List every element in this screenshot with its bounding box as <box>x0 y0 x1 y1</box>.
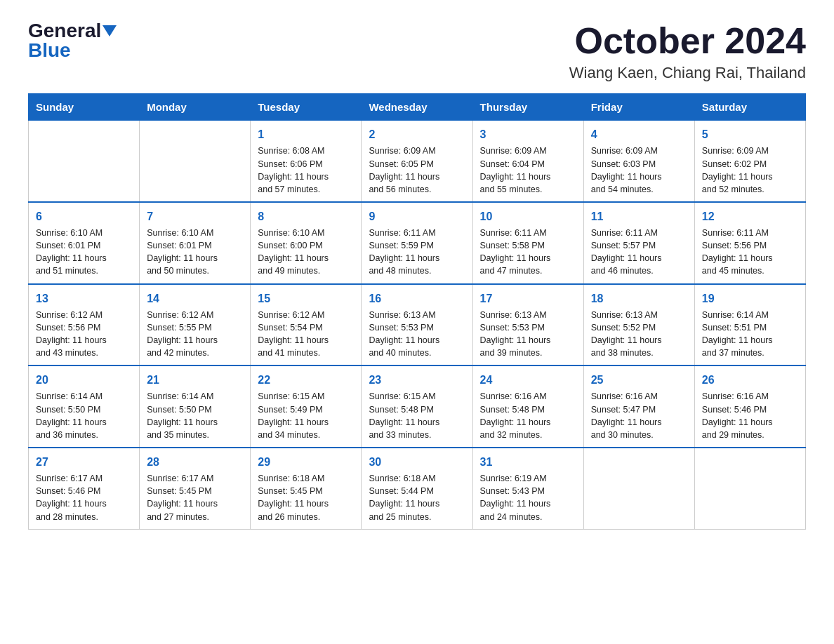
day-number: 24 <box>480 372 576 388</box>
page-header: General Blue October 2024 Wiang Kaen, Ch… <box>28 21 806 82</box>
day-info: Sunrise: 6:08 AMSunset: 6:06 PMDaylight:… <box>258 145 354 196</box>
calendar-cell: 9Sunrise: 6:11 AMSunset: 5:59 PMDaylight… <box>362 202 472 284</box>
calendar-week-row: 6Sunrise: 6:10 AMSunset: 6:01 PMDaylight… <box>29 202 806 284</box>
day-info: Sunrise: 6:16 AMSunset: 5:47 PMDaylight:… <box>591 390 687 441</box>
day-info: Sunrise: 6:14 AMSunset: 5:51 PMDaylight:… <box>702 309 798 360</box>
calendar-week-row: 13Sunrise: 6:12 AMSunset: 5:56 PMDayligh… <box>29 284 806 366</box>
day-number: 7 <box>147 208 243 224</box>
day-number: 25 <box>591 372 687 388</box>
day-number: 11 <box>591 208 687 224</box>
calendar-cell: 4Sunrise: 6:09 AMSunset: 6:03 PMDaylight… <box>583 121 694 202</box>
day-info: Sunrise: 6:18 AMSunset: 5:44 PMDaylight:… <box>369 472 465 523</box>
calendar-cell: 16Sunrise: 6:13 AMSunset: 5:53 PMDayligh… <box>362 284 472 366</box>
day-number: 27 <box>36 454 132 470</box>
calendar-cell: 3Sunrise: 6:09 AMSunset: 6:04 PMDaylight… <box>472 121 583 202</box>
calendar-cell: 29Sunrise: 6:18 AMSunset: 5:45 PMDayligh… <box>251 448 362 529</box>
day-number: 29 <box>258 454 354 470</box>
day-number: 12 <box>702 208 798 224</box>
day-number: 1 <box>258 126 354 142</box>
day-number: 31 <box>480 454 576 470</box>
title-section: October 2024 Wiang Kaen, Chiang Rai, Tha… <box>569 21 806 82</box>
day-number: 21 <box>147 372 243 388</box>
day-info: Sunrise: 6:10 AMSunset: 6:00 PMDaylight:… <box>258 227 354 278</box>
calendar-header-wednesday: Wednesday <box>362 94 472 121</box>
calendar-cell: 22Sunrise: 6:15 AMSunset: 5:49 PMDayligh… <box>251 365 362 448</box>
logo-general-text: General <box>28 21 101 41</box>
day-number: 8 <box>258 208 354 224</box>
logo-blue-text: Blue <box>28 39 71 61</box>
calendar-cell: 1Sunrise: 6:08 AMSunset: 6:06 PMDaylight… <box>251 121 362 202</box>
calendar-header-friday: Friday <box>583 94 694 121</box>
calendar-cell: 23Sunrise: 6:15 AMSunset: 5:48 PMDayligh… <box>362 365 472 448</box>
day-info: Sunrise: 6:13 AMSunset: 5:52 PMDaylight:… <box>591 309 687 360</box>
day-info: Sunrise: 6:11 AMSunset: 5:58 PMDaylight:… <box>480 227 576 278</box>
calendar-cell: 19Sunrise: 6:14 AMSunset: 5:51 PMDayligh… <box>694 284 805 366</box>
calendar-cell: 17Sunrise: 6:13 AMSunset: 5:53 PMDayligh… <box>472 284 583 366</box>
day-number: 13 <box>36 290 132 307</box>
calendar-cell: 28Sunrise: 6:17 AMSunset: 5:45 PMDayligh… <box>140 448 251 529</box>
day-number: 23 <box>369 372 465 388</box>
calendar-cell: 24Sunrise: 6:16 AMSunset: 5:48 PMDayligh… <box>472 365 583 448</box>
calendar-header-row: SundayMondayTuesdayWednesdayThursdayFrid… <box>29 94 806 121</box>
logo: General Blue <box>28 21 117 60</box>
day-number: 10 <box>480 208 576 224</box>
day-info: Sunrise: 6:09 AMSunset: 6:05 PMDaylight:… <box>369 145 465 196</box>
logo-triangle-icon <box>102 25 117 36</box>
calendar-cell: 14Sunrise: 6:12 AMSunset: 5:55 PMDayligh… <box>140 284 251 366</box>
calendar-cell: 30Sunrise: 6:18 AMSunset: 5:44 PMDayligh… <box>362 448 472 529</box>
day-info: Sunrise: 6:09 AMSunset: 6:02 PMDaylight:… <box>702 145 798 196</box>
calendar-cell: 26Sunrise: 6:16 AMSunset: 5:46 PMDayligh… <box>694 365 805 448</box>
calendar-cell: 5Sunrise: 6:09 AMSunset: 6:02 PMDaylight… <box>694 121 805 202</box>
day-info: Sunrise: 6:10 AMSunset: 6:01 PMDaylight:… <box>36 227 132 278</box>
day-number: 30 <box>369 454 465 470</box>
day-number: 4 <box>591 126 687 142</box>
day-number: 22 <box>258 372 354 388</box>
day-number: 6 <box>36 208 132 224</box>
calendar-cell: 27Sunrise: 6:17 AMSunset: 5:46 PMDayligh… <box>29 448 140 529</box>
day-info: Sunrise: 6:14 AMSunset: 5:50 PMDaylight:… <box>36 390 132 441</box>
calendar-cell: 25Sunrise: 6:16 AMSunset: 5:47 PMDayligh… <box>583 365 694 448</box>
calendar-header-thursday: Thursday <box>472 94 583 121</box>
day-info: Sunrise: 6:11 AMSunset: 5:56 PMDaylight:… <box>702 227 798 278</box>
calendar-cell <box>694 448 805 529</box>
calendar-cell: 20Sunrise: 6:14 AMSunset: 5:50 PMDayligh… <box>29 365 140 448</box>
day-info: Sunrise: 6:18 AMSunset: 5:45 PMDaylight:… <box>258 472 354 523</box>
calendar-cell: 11Sunrise: 6:11 AMSunset: 5:57 PMDayligh… <box>583 202 694 284</box>
calendar-cell: 31Sunrise: 6:19 AMSunset: 5:43 PMDayligh… <box>472 448 583 529</box>
calendar-cell <box>29 121 140 202</box>
month-title: October 2024 <box>569 21 806 61</box>
calendar-cell: 7Sunrise: 6:10 AMSunset: 6:01 PMDaylight… <box>140 202 251 284</box>
day-number: 17 <box>480 290 576 307</box>
day-info: Sunrise: 6:16 AMSunset: 5:46 PMDaylight:… <box>702 390 798 441</box>
calendar-cell <box>140 121 251 202</box>
day-number: 3 <box>480 126 576 142</box>
day-info: Sunrise: 6:11 AMSunset: 5:59 PMDaylight:… <box>369 227 465 278</box>
day-number: 9 <box>369 208 465 224</box>
calendar-cell: 10Sunrise: 6:11 AMSunset: 5:58 PMDayligh… <box>472 202 583 284</box>
day-info: Sunrise: 6:12 AMSunset: 5:55 PMDaylight:… <box>147 309 243 360</box>
day-info: Sunrise: 6:09 AMSunset: 6:03 PMDaylight:… <box>591 145 687 196</box>
calendar-cell: 15Sunrise: 6:12 AMSunset: 5:54 PMDayligh… <box>251 284 362 366</box>
calendar-cell: 18Sunrise: 6:13 AMSunset: 5:52 PMDayligh… <box>583 284 694 366</box>
day-info: Sunrise: 6:15 AMSunset: 5:48 PMDaylight:… <box>369 390 465 441</box>
calendar-table: SundayMondayTuesdayWednesdayThursdayFrid… <box>28 93 806 529</box>
day-info: Sunrise: 6:17 AMSunset: 5:46 PMDaylight:… <box>36 472 132 523</box>
day-number: 5 <box>702 126 798 142</box>
location-title: Wiang Kaen, Chiang Rai, Thailand <box>569 64 806 82</box>
calendar-header-monday: Monday <box>140 94 251 121</box>
calendar-cell: 12Sunrise: 6:11 AMSunset: 5:56 PMDayligh… <box>694 202 805 284</box>
day-info: Sunrise: 6:12 AMSunset: 5:56 PMDaylight:… <box>36 309 132 360</box>
day-info: Sunrise: 6:13 AMSunset: 5:53 PMDaylight:… <box>480 309 576 360</box>
calendar-cell: 8Sunrise: 6:10 AMSunset: 6:00 PMDaylight… <box>251 202 362 284</box>
calendar-week-row: 1Sunrise: 6:08 AMSunset: 6:06 PMDaylight… <box>29 121 806 202</box>
day-info: Sunrise: 6:14 AMSunset: 5:50 PMDaylight:… <box>147 390 243 441</box>
day-info: Sunrise: 6:15 AMSunset: 5:49 PMDaylight:… <box>258 390 354 441</box>
day-number: 20 <box>36 372 132 388</box>
day-number: 16 <box>369 290 465 307</box>
calendar-cell: 21Sunrise: 6:14 AMSunset: 5:50 PMDayligh… <box>140 365 251 448</box>
day-info: Sunrise: 6:10 AMSunset: 6:01 PMDaylight:… <box>147 227 243 278</box>
day-info: Sunrise: 6:11 AMSunset: 5:57 PMDaylight:… <box>591 227 687 278</box>
calendar-cell: 6Sunrise: 6:10 AMSunset: 6:01 PMDaylight… <box>29 202 140 284</box>
calendar-header-sunday: Sunday <box>29 94 140 121</box>
day-number: 18 <box>591 290 687 307</box>
